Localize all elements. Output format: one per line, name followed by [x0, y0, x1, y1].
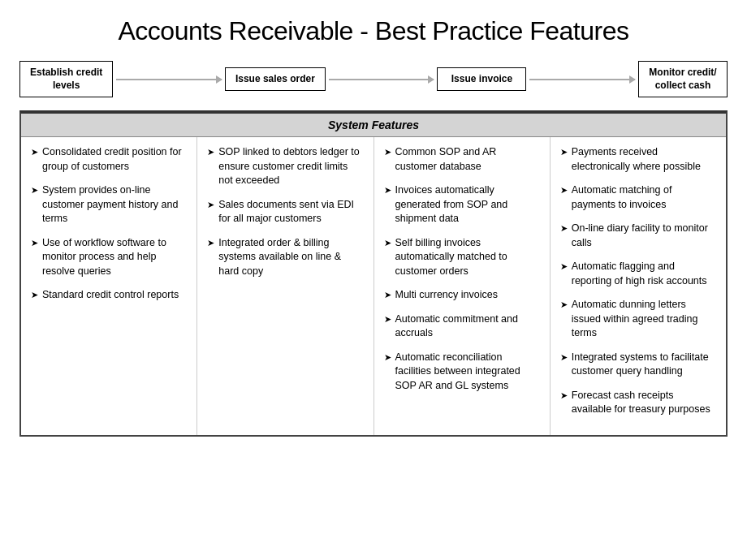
list-item: ➤ Multi currency invoices: [384, 288, 540, 303]
bullet-icon: ➤: [384, 146, 391, 158]
list-item: ➤ Automatic matching of payments to invo…: [560, 183, 716, 212]
bullet-icon: ➤: [207, 146, 214, 158]
list-item: ➤ Integrated systems to facilitate custo…: [560, 351, 716, 379]
list-item: ➤ Automatic commitment and accruals: [384, 312, 540, 341]
feature-text: Automatic commitment and accruals: [395, 312, 540, 341]
feature-text: Consolidated credit position for group o…: [42, 145, 187, 174]
bullet-icon: ➤: [560, 351, 568, 364]
list-item: ➤ Common SOP and AR customer database: [384, 145, 540, 174]
list-item: ➤ Forecast cash receipts available for t…: [560, 389, 716, 417]
feature-text: Automatic dunning letters issued within …: [572, 298, 716, 341]
feature-text: Payments received electronically where p…: [572, 145, 716, 174]
feature-text: Forecast cash receipts available for tre…: [572, 389, 716, 417]
bullet-icon: ➤: [560, 299, 568, 311]
bullet-icon: ➤: [560, 390, 568, 402]
feature-text: Automatic flagging and reporting of high…: [572, 260, 716, 288]
feature-text: Common SOP and AR customer database: [395, 145, 540, 174]
list-item: ➤ System provides on-line customer payme…: [31, 183, 187, 226]
bullet-icon: ➤: [31, 184, 38, 196]
list-item: ➤ Consolidated credit position for group…: [31, 145, 187, 174]
bullet-icon: ➤: [384, 184, 391, 196]
feature-text: Self billing invoices automatically matc…: [395, 236, 540, 279]
feature-text: On-line diary facility to monitor calls: [572, 222, 716, 250]
bullet-icon: ➤: [560, 184, 568, 196]
feature-text: Automatic matching of payments to invoic…: [572, 183, 716, 212]
feature-text: Integrated systems to facilitate custome…: [572, 351, 716, 379]
list-item: ➤ Standard credit control reports: [31, 288, 187, 303]
feature-text: Standard credit control reports: [42, 288, 187, 303]
list-item: ➤ Invoices automatically generated from …: [384, 183, 540, 226]
feature-text: Multi currency invoices: [395, 288, 540, 303]
page-title: Accounts Receivable - Best Practice Feat…: [19, 16, 728, 46]
bullet-icon: ➤: [31, 237, 38, 249]
list-item: ➤ On-line diary facility to monitor call…: [560, 222, 716, 250]
list-item: ➤ SOP linked to debtors ledger to ensure…: [207, 145, 363, 188]
bullet-icon: ➤: [560, 146, 568, 158]
bullet-icon: ➤: [207, 199, 214, 211]
process-step-1: Establish creditlevels: [19, 61, 113, 97]
process-arrow-2: [329, 79, 434, 80]
list-item: ➤ Self billing invoices automatically ma…: [384, 236, 540, 279]
features-column-1: ➤ Consolidated credit position for group…: [21, 137, 197, 435]
bullet-icon: ➤: [31, 146, 38, 158]
features-column-2: ➤ SOP linked to debtors ledger to ensure…: [197, 137, 374, 435]
bullet-icon: ➤: [384, 237, 391, 249]
list-item: ➤ Automatic flagging and reporting of hi…: [560, 260, 716, 288]
list-item: ➤ Automatic dunning letters issued withi…: [560, 298, 716, 341]
features-column-3: ➤ Common SOP and AR customer database ➤ …: [374, 137, 551, 435]
process-arrow-3: [529, 79, 635, 80]
bullet-icon: ➤: [31, 289, 38, 301]
list-item: ➤ Payments received electronically where…: [560, 145, 716, 174]
list-item: ➤ Sales documents sent via EDI for all m…: [207, 198, 363, 226]
list-item: ➤ Automatic reconciliation facilities be…: [384, 351, 540, 394]
feature-text: Invoices automatically generated from SO…: [395, 183, 540, 226]
feature-text: System provides on-line customer payment…: [42, 183, 187, 226]
feature-text: Integrated order & billing systems avail…: [218, 236, 363, 279]
features-body: ➤ Consolidated credit position for group…: [21, 137, 726, 435]
process-flow: Establish creditlevels Issue sales order…: [19, 61, 728, 97]
bullet-icon: ➤: [207, 237, 214, 249]
process-step-3: Issue invoice: [437, 67, 526, 92]
feature-text: SOP linked to debtors ledger to ensure c…: [218, 145, 363, 188]
list-item: ➤ Use of workflow software to monitor pr…: [31, 236, 187, 279]
feature-text: Automatic reconciliation facilities betw…: [395, 351, 540, 394]
process-arrow-1: [116, 79, 222, 80]
feature-text: Sales documents sent via EDI for all maj…: [218, 198, 363, 226]
bullet-icon: ➤: [384, 289, 391, 301]
list-item: ➤ Integrated order & billing systems ava…: [207, 236, 363, 279]
process-step-4: Monitor credit/collect cash: [638, 61, 728, 97]
features-column-4: ➤ Payments received electronically where…: [551, 137, 726, 435]
features-header: System Features: [21, 114, 726, 137]
bullet-icon: ➤: [384, 313, 391, 325]
bullet-icon: ➤: [560, 261, 568, 273]
features-container: System Features ➤ Consolidated credit po…: [19, 110, 728, 437]
bullet-icon: ➤: [384, 351, 391, 364]
process-step-2: Issue sales order: [225, 67, 326, 92]
bullet-icon: ➤: [560, 222, 568, 235]
feature-text: Use of workflow software to monitor proc…: [42, 236, 187, 279]
